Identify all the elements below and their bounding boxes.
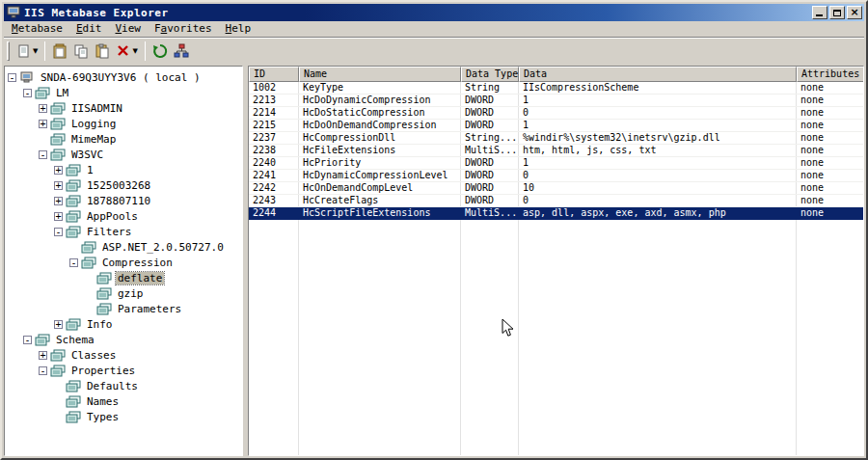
- tree-item[interactable]: deflate: [5, 270, 242, 285]
- column-header-attrs[interactable]: Attributes: [797, 67, 864, 82]
- tree-item-label[interactable]: deflate: [116, 272, 164, 284]
- copy-button[interactable]: [70, 41, 92, 62]
- table-row[interactable]: 1002KeyTypeStringIIsCompressionSchemenon…: [249, 82, 863, 95]
- tree-expander[interactable]: +: [39, 120, 47, 128]
- table-row[interactable]: 2213HcDoDynamicCompressionDWORD1none: [249, 95, 863, 107]
- tree-item[interactable]: Names: [5, 393, 242, 409]
- table-row[interactable]: 2215HcDoOnDemandCompressionDWORD1none: [249, 120, 863, 132]
- tree-item-label[interactable]: W3SVC: [69, 149, 105, 161]
- new-key-button[interactable]: ▼: [14, 41, 41, 62]
- tree-item[interactable]: + Logging: [5, 116, 242, 131]
- tree-item[interactable]: ASP.NET_2.0.50727.0: [5, 239, 242, 255]
- table-row[interactable]: 2240HcPriorityDWORD1none: [249, 157, 863, 170]
- tree-item-label[interactable]: Info: [85, 318, 115, 331]
- cut-button[interactable]: [49, 41, 70, 62]
- tree-expander[interactable]: +: [54, 320, 63, 329]
- minimize-button[interactable]: [812, 6, 827, 19]
- menu-help[interactable]: Help: [219, 21, 258, 37]
- column-header-data[interactable]: Data: [519, 67, 797, 82]
- tree-expander[interactable]: +: [54, 197, 63, 205]
- title-bar[interactable]: IIS Metabase Explorer ×: [4, 4, 864, 21]
- tree-item[interactable]: - W3SVC: [5, 147, 242, 162]
- tree-item[interactable]: + 1878807110: [5, 193, 242, 208]
- tree-item-label[interactable]: Defaults: [85, 380, 140, 392]
- tree-item[interactable]: - Filters: [5, 224, 242, 239]
- tree-item-label[interactable]: Types: [85, 411, 121, 423]
- tree-item[interactable]: - Compression: [5, 255, 242, 270]
- table-row[interactable]: 2214HcDoStaticCompressionDWORD0none: [249, 107, 863, 120]
- table-row[interactable]: 2238HcFileExtensionsMultiS...htm, html, …: [249, 145, 863, 157]
- tree-expander[interactable]: +: [54, 166, 63, 175]
- tree-item-label[interactable]: Schema: [54, 334, 96, 346]
- table-row[interactable]: 2243HcCreateFlagsDWORD0none: [249, 195, 863, 207]
- tree-expander[interactable]: -: [39, 150, 47, 159]
- tree-item-label[interactable]: MimeMap: [69, 133, 118, 146]
- tree-item[interactable]: - LM: [5, 85, 242, 100]
- tree-expander[interactable]: -: [69, 258, 78, 267]
- tree-item-label[interactable]: Classes: [69, 349, 118, 362]
- tree-expander[interactable]: +: [54, 181, 63, 190]
- paste-button[interactable]: [92, 41, 113, 62]
- tree-item[interactable]: + 1525003268: [5, 177, 242, 193]
- connect-button[interactable]: [171, 41, 192, 62]
- tree-item[interactable]: MimeMap: [5, 131, 242, 147]
- table-row[interactable]: 2237HcCompressionDllString...%windir%\sy…: [249, 132, 863, 145]
- menu-favorites[interactable]: Favorites: [148, 21, 219, 37]
- tree-expander[interactable]: -: [8, 73, 16, 82]
- tree-item-label[interactable]: Properties: [69, 365, 137, 377]
- tree-expander[interactable]: -: [23, 89, 32, 97]
- tree-item-label[interactable]: Filters: [85, 226, 133, 238]
- tree-item-label[interactable]: 1: [85, 164, 95, 176]
- tree-node-icon: [66, 318, 81, 331]
- tree-item[interactable]: Types: [5, 409, 242, 424]
- tree-item-label[interactable]: Parameters: [116, 303, 183, 315]
- menu-metabase[interactable]: Metabase: [5, 21, 69, 37]
- tree-item[interactable]: Parameters: [5, 301, 242, 316]
- tree-item[interactable]: + AppPools: [5, 208, 242, 224]
- tree-item-label[interactable]: Names: [85, 395, 121, 408]
- tree-item[interactable]: + IISADMIN: [5, 100, 242, 116]
- tree-item-label[interactable]: 1525003268: [85, 179, 152, 192]
- delete-dropdown-icon[interactable]: ▼: [132, 47, 137, 55]
- tree-item-label[interactable]: ASP.NET_2.0.50727.0: [100, 241, 226, 254]
- tree-item[interactable]: - SNDA-69Q3UYY3V6 ( local ): [5, 69, 242, 85]
- tree-item-label[interactable]: LM: [54, 87, 70, 99]
- toolbar-grip[interactable]: [7, 41, 10, 61]
- menu-view[interactable]: View: [108, 21, 148, 37]
- tree-expander[interactable]: +: [39, 104, 47, 113]
- tree-item-label[interactable]: Compression: [100, 257, 175, 269]
- tree-view[interactable]: - SNDA-69Q3UYY3V6 ( local ) -: [4, 66, 243, 456]
- tree-item[interactable]: + Info: [5, 316, 242, 332]
- tree-item-label[interactable]: gzip: [116, 287, 146, 300]
- tree-item[interactable]: - Schema: [5, 332, 242, 347]
- column-header-type[interactable]: Data Type: [461, 67, 519, 82]
- tree-expander[interactable]: -: [54, 228, 63, 236]
- table-row[interactable]: 2244HcScriptFileExtensionsMultiS...asp, …: [249, 207, 863, 220]
- column-header-name[interactable]: Name: [299, 67, 461, 82]
- tree-item[interactable]: + Classes: [5, 347, 242, 363]
- tree-item[interactable]: gzip: [5, 285, 242, 301]
- tree-expander[interactable]: +: [39, 351, 47, 360]
- column-header-id[interactable]: ID: [249, 67, 299, 82]
- list-body[interactable]: 1002KeyTypeStringIIsCompressionSchemenon…: [249, 82, 863, 455]
- tree-item-label[interactable]: SNDA-69Q3UYY3V6 ( local ): [39, 71, 203, 84]
- tree-item-label[interactable]: AppPools: [85, 210, 140, 223]
- close-button[interactable]: ×: [847, 6, 862, 19]
- tree-item-label[interactable]: IISADMIN: [69, 102, 124, 115]
- new-key-dropdown-icon[interactable]: ▼: [33, 47, 38, 55]
- table-row[interactable]: 2242HcOnDemandCompLevelDWORD10none: [249, 182, 863, 195]
- table-row[interactable]: 2241HcDynamicCompressionLevelDWORD0none: [249, 170, 863, 182]
- maximize-button[interactable]: [829, 6, 845, 19]
- tree-expander[interactable]: -: [39, 366, 47, 375]
- delete-button[interactable]: ▼: [113, 41, 140, 62]
- cell-attrs: none: [797, 82, 863, 94]
- tree-expander[interactable]: -: [23, 336, 32, 344]
- refresh-button[interactable]: [149, 41, 171, 62]
- tree-item-label[interactable]: 1878807110: [85, 195, 152, 207]
- tree-item[interactable]: + 1: [5, 162, 242, 177]
- tree-expander[interactable]: +: [54, 212, 63, 221]
- tree-item-label[interactable]: Logging: [69, 118, 118, 130]
- tree-item[interactable]: Defaults: [5, 378, 242, 393]
- tree-item[interactable]: - Properties: [5, 363, 242, 378]
- menu-edit[interactable]: Edit: [69, 21, 109, 37]
